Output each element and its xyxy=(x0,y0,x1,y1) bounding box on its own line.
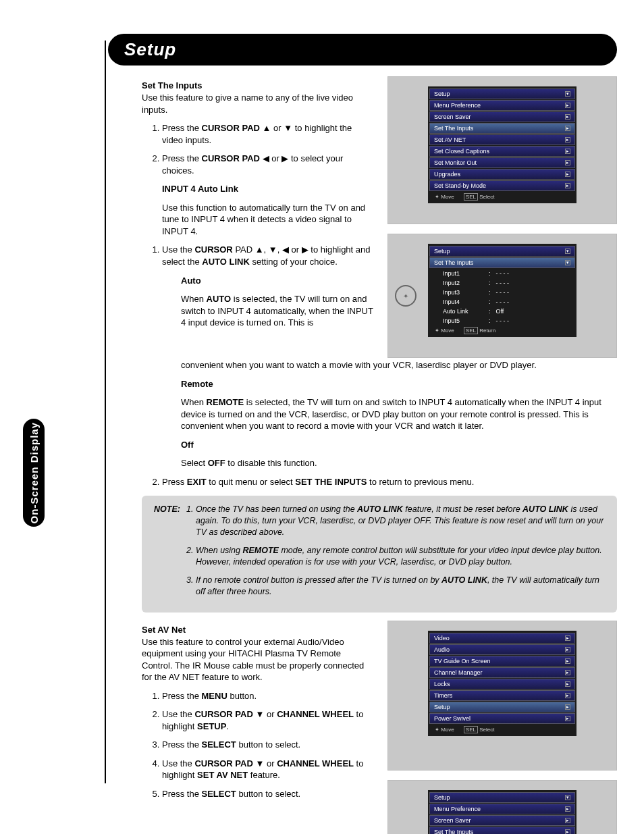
list-item: Use the CURSOR PAD ▼ or CHANNEL WHEEL to… xyxy=(162,758,374,781)
menu-row: Set Closed Captions▸ xyxy=(429,146,575,157)
list-item: Use the CURSOR PAD ▲, ▼, ◀ or ▶ to highl… xyxy=(162,244,374,267)
menu-row: Power Swivel▸ xyxy=(429,713,575,724)
menu-row: Auto Link:Off xyxy=(429,307,575,316)
menu-row: Input4:- - - - xyxy=(429,297,575,307)
section-heading: Set AV Net xyxy=(142,625,374,635)
chapter-header: Setup xyxy=(108,34,617,66)
menu-row: Upgrades▸ xyxy=(429,169,575,180)
menu-row: Input2:- - - - xyxy=(429,278,575,288)
body-text: Select OFF to disable this function. xyxy=(181,457,617,469)
page-title: Setup xyxy=(124,39,601,60)
osd-screenshot: Setup▾ Menu Preference▸Screen Saver▸Set … xyxy=(387,76,617,224)
dpad-icon: ✦ xyxy=(395,285,417,307)
osd-screenshot: ✦ Setup▾ Set The Inputs▾ Input1:- - - -I… xyxy=(387,234,617,358)
menu-row: Input3:- - - - xyxy=(429,288,575,297)
menu-row: Video▸ xyxy=(429,633,575,644)
menu-row: Set AV NET▸ xyxy=(429,134,575,145)
note-item: If no remote control button is pressed a… xyxy=(196,575,605,598)
menu-row: Timers▸ xyxy=(429,690,575,701)
menu-row: Menu Preference▸ xyxy=(429,100,575,111)
side-tab-label: On-Screen Display xyxy=(28,422,40,523)
side-tab: On-Screen Display xyxy=(23,419,45,527)
step-list: Press the MENU button. Use the CURSOR PA… xyxy=(162,690,374,800)
menu-row: Input1:- - - - xyxy=(429,269,575,278)
list-item: Press the MENU button. xyxy=(162,690,374,702)
menu-row: Screen Saver▸ xyxy=(429,111,575,122)
sub-heading: INPUT 4 Auto Link xyxy=(162,184,238,194)
menu-row: TV Guide On Screen▸ xyxy=(429,656,575,667)
note-item: Once the TV has been turned on using the… xyxy=(196,504,605,538)
list-item: Press EXIT to quit menu or select SET TH… xyxy=(162,476,617,488)
body-text: When AUTO is selected, the TV will turn … xyxy=(181,293,374,329)
vertical-rule xyxy=(105,41,106,783)
note-item: When using REMOTE mode, any remote contr… xyxy=(196,545,605,568)
menu-row: Set Monitor Out▸ xyxy=(429,157,575,168)
body-text: When REMOTE is selected, the TV will tur… xyxy=(181,396,617,432)
osd-screenshot: ✦ or Setup▾ Menu Preference▸Screen Saver… xyxy=(387,780,617,835)
body-text: convenient when you want to watch a movi… xyxy=(181,359,617,371)
menu-row: Locks▸ xyxy=(429,679,575,689)
body-text: Use this feature to control your externa… xyxy=(142,636,374,683)
step-list: Use the CURSOR PAD ▲, ▼, ◀ or ▶ to highl… xyxy=(162,244,374,267)
section-heading: Set The Inputs xyxy=(142,80,374,90)
list-item: Press the SELECT button to select. xyxy=(162,739,374,751)
option-heading: Auto xyxy=(181,276,201,286)
menu-row: Setup▸ xyxy=(429,702,575,712)
menu-row: Menu Preference▸ xyxy=(429,804,575,814)
list-item: Press the SELECT button to select. xyxy=(162,788,374,800)
menu-row: Audio▸ xyxy=(429,644,575,655)
body-text: Use this function to automatically turn … xyxy=(162,202,374,238)
step-list: Press EXIT to quit menu or select SET TH… xyxy=(162,476,617,488)
list-item: Press the CURSOR PAD ▲ or ▼ to highlight… xyxy=(162,122,374,146)
option-heading: Off xyxy=(181,440,194,450)
menu-row: Set Stand-by Mode▸ xyxy=(429,180,575,191)
option-heading: Remote xyxy=(181,379,213,389)
menu-row: Set The Inputs▸ xyxy=(429,123,575,134)
step-list: Press the CURSOR PAD ▲ or ▼ to highlight… xyxy=(162,122,374,176)
body-text: Use this feature to give a name to any o… xyxy=(142,92,374,115)
menu-row: Channel Manager▸ xyxy=(429,667,575,678)
osd-screenshot: Video▸Audio▸TV Guide On Screen▸Channel M… xyxy=(387,621,617,771)
menu-row: Screen Saver▸ xyxy=(429,815,575,826)
list-item: Use the CURSOR PAD ▼ or CHANNEL WHEEL to… xyxy=(162,708,374,732)
note-box: NOTE: Once the TV has been turned on usi… xyxy=(142,496,617,612)
list-item: Press the CURSOR PAD ◀ or ▶ to select yo… xyxy=(162,153,374,176)
menu-row: Set The Inputs▸ xyxy=(429,827,575,835)
note-label: NOTE: xyxy=(154,504,180,516)
menu-row: Input5:- - - - xyxy=(429,316,575,325)
